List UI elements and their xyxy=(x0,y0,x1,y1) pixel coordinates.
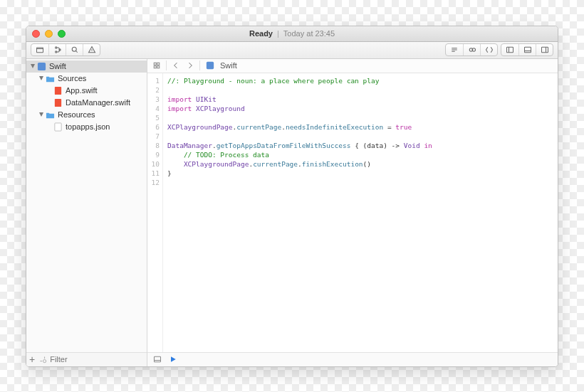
nav-file-datamanager-swift[interactable]: DataManager.swift xyxy=(26,97,147,109)
add-button[interactable]: + xyxy=(29,354,35,365)
filter-icon xyxy=(39,356,47,364)
project-navigator[interactable]: Swift Sources App.swift DataManager. xyxy=(26,59,147,352)
nav-item-label: Sources xyxy=(58,74,86,83)
window-title: Ready | Today at 23:45 xyxy=(249,29,335,38)
debug-bar xyxy=(147,352,558,366)
toolbar xyxy=(26,42,558,59)
svg-rect-19 xyxy=(154,66,156,68)
nav-item-label: DataManager.swift xyxy=(66,98,130,107)
maximize-window-button[interactable] xyxy=(58,30,66,38)
playground-icon xyxy=(206,61,214,70)
issue-navigator-tab[interactable] xyxy=(83,44,100,55)
filter-input[interactable] xyxy=(50,355,148,364)
nav-item-label: App.swift xyxy=(66,86,98,95)
svg-rect-22 xyxy=(155,356,161,362)
nav-group-sources[interactable]: Sources xyxy=(26,73,147,85)
svg-rect-17 xyxy=(154,63,156,65)
svg-rect-12 xyxy=(55,98,61,106)
navigator-selector xyxy=(31,43,100,56)
nav-item-label: topapps.json xyxy=(66,122,110,131)
minimize-window-button[interactable] xyxy=(45,30,53,38)
project-navigator-tab[interactable] xyxy=(31,44,48,55)
navigator-segmented xyxy=(31,43,100,56)
panel-toggles-segmented xyxy=(501,43,553,56)
svg-rect-21 xyxy=(207,62,214,69)
folder-icon xyxy=(46,74,55,83)
editor-area: Swift 123456789101112 //: Playground - n… xyxy=(147,59,558,366)
line-gutter: 123456789101112 xyxy=(147,73,163,352)
svg-rect-18 xyxy=(157,63,160,65)
title-separator: | xyxy=(277,29,279,38)
svg-point-4 xyxy=(72,47,76,51)
navigator-sidebar: Swift Sources App.swift DataManager. xyxy=(26,59,147,366)
toggle-debug-button[interactable] xyxy=(518,44,536,55)
standard-editor-button[interactable] xyxy=(446,44,463,55)
toggle-utilities-button[interactable] xyxy=(536,44,553,55)
traffic-lights xyxy=(32,30,66,38)
svg-rect-20 xyxy=(157,66,160,68)
svg-rect-10 xyxy=(38,62,46,70)
related-items-button[interactable] xyxy=(150,60,163,71)
navigator-footer: + xyxy=(26,352,147,366)
disclosure-triangle-icon[interactable] xyxy=(38,111,45,118)
toggle-debug-area-button[interactable] xyxy=(152,354,163,365)
svg-rect-11 xyxy=(55,86,61,94)
divider xyxy=(199,60,200,70)
divider xyxy=(166,60,167,70)
toolbar-right xyxy=(445,43,553,56)
swift-file-icon xyxy=(53,86,63,95)
svg-point-14 xyxy=(43,359,46,362)
swift-file-icon xyxy=(53,98,63,107)
json-file-icon xyxy=(53,122,63,132)
titlebar: Ready | Today at 23:45 xyxy=(26,26,558,42)
nav-file-app-swift[interactable]: App.swift xyxy=(26,85,147,97)
breadcrumb[interactable]: Swift xyxy=(203,61,240,70)
run-playground-button[interactable] xyxy=(167,354,179,365)
editor-mode-segmented xyxy=(445,43,498,56)
source-text[interactable]: //: Playground - noun: a place where peo… xyxy=(163,73,558,352)
nav-item-label: Resources xyxy=(58,110,95,119)
nav-back-button[interactable] xyxy=(170,60,182,71)
nav-forward-button[interactable] xyxy=(184,60,197,71)
nav-file-topapps-json[interactable]: topapps.json xyxy=(26,121,147,133)
toggle-navigator-button[interactable] xyxy=(501,44,518,55)
nav-root-swift[interactable]: Swift xyxy=(26,60,147,73)
folder-icon xyxy=(46,110,55,120)
status-label: Ready xyxy=(249,29,273,38)
disclosure-triangle-icon[interactable] xyxy=(29,63,36,70)
close-window-button[interactable] xyxy=(32,30,40,38)
filter-field[interactable] xyxy=(39,355,148,364)
svg-rect-7 xyxy=(507,47,513,53)
assistant-editor-button[interactable] xyxy=(463,44,480,55)
xcode-window: Ready | Today at 23:45 xyxy=(26,26,558,367)
code-editor[interactable]: 123456789101112 //: Playground - noun: a… xyxy=(147,73,558,352)
nav-item-label: Swift xyxy=(49,62,66,70)
jump-bar[interactable]: Swift xyxy=(147,59,558,73)
build-timestamp: Today at 23:45 xyxy=(283,29,335,38)
find-navigator-tab[interactable] xyxy=(66,44,83,55)
playground-icon xyxy=(37,62,46,71)
nav-group-resources[interactable]: Resources xyxy=(26,109,147,121)
svg-rect-8 xyxy=(524,47,531,53)
symbol-navigator-tab[interactable] xyxy=(48,44,66,55)
svg-rect-13 xyxy=(55,122,61,130)
main-body: Swift Sources App.swift DataManager. xyxy=(26,59,558,366)
svg-rect-9 xyxy=(541,47,548,53)
breadcrumb-label: Swift xyxy=(220,61,237,70)
version-editor-button[interactable] xyxy=(480,44,497,55)
disclosure-triangle-icon[interactable] xyxy=(38,75,45,82)
